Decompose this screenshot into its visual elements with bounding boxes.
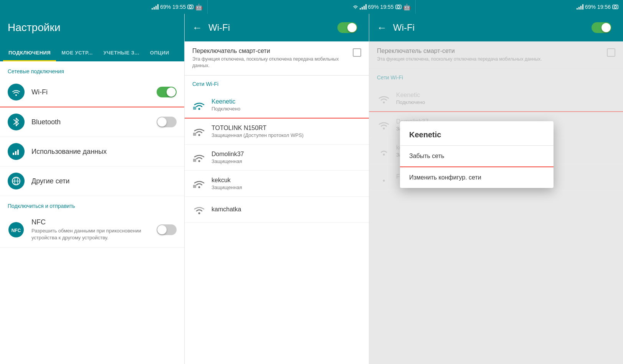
screenshot-icon-3	[612, 4, 618, 10]
svg-point-25	[383, 128, 385, 130]
network-kekcuk[interactable]: kekcuk Защищенная	[185, 171, 369, 197]
wifi-popup-content: Переключатель смарт-сети Эта функция отк…	[369, 41, 623, 364]
kamchatka-info: kamchatka	[212, 206, 361, 213]
data-usage-label: Использование данных	[31, 148, 177, 156]
section-network-header: Сетевые подключения	[0, 61, 184, 77]
smart-switch-p3: Переключатель смарт-сети Эта функция отк…	[369, 41, 623, 69]
battery-2: 69%	[368, 4, 379, 10]
time-2: 19:55	[380, 4, 394, 10]
wifi-setting-item[interactable]: Wi-Fi	[0, 77, 184, 107]
back-button[interactable]: ←	[192, 22, 202, 34]
svg-point-6	[15, 94, 17, 96]
data-usage-setting-item[interactable]: Использование данных	[0, 137, 184, 166]
wifi-content: Переключатель смарт-сети Эта функция отк…	[185, 41, 369, 364]
wifi-signal-svg-keenetic	[193, 100, 205, 110]
network-totolink[interactable]: TOTOLINK N150RT Защищенная (Доступен про…	[185, 119, 369, 145]
svg-rect-22	[193, 185, 196, 188]
svg-rect-20	[193, 159, 196, 162]
network-domolink[interactable]: Domolink37 Защищенная	[185, 145, 369, 171]
other-networks-setting-item[interactable]: Другие сети	[0, 166, 184, 196]
status-icons-1: 69% 19:55 🤖	[152, 3, 203, 11]
svg-point-3	[397, 6, 400, 8]
wifi-signal-domolink	[192, 150, 206, 164]
wifi-popup-header: ← Wi-Fi	[369, 14, 623, 41]
svg-point-24	[383, 101, 385, 103]
bluetooth-icon	[8, 114, 25, 130]
bluetooth-toggle[interactable]	[157, 117, 177, 127]
wifi-toggle-knob	[167, 87, 176, 97]
svg-point-23	[198, 212, 200, 214]
bluetooth-setting-item[interactable]: Bluetooth	[0, 107, 184, 137]
keenetic-info: Keenetic Подключено	[212, 98, 361, 112]
tab-connections[interactable]: ПОДКЛЮЧЕНИЯ	[3, 45, 56, 61]
kamchatka-name: kamchatka	[212, 206, 361, 213]
nfc-sublabel: Разрешить обмен данными при прикосновени…	[31, 227, 150, 241]
smart-switch-desc: Эта функция отключена, поскольку отключе…	[192, 56, 348, 69]
svg-point-21	[198, 186, 200, 188]
smart-switch-title: Переключатель смарт-сети	[192, 48, 348, 54]
wifi-signal-totolink	[192, 124, 206, 138]
status-section-1: 69% 19:55 🤖	[0, 0, 208, 14]
settings-header: Настройки	[0, 14, 184, 41]
android-icon-1: 🤖	[195, 3, 203, 11]
kekcuk-status: Защищенная	[212, 184, 361, 190]
wifi-networks-header: Сети Wi-Fi	[185, 76, 369, 92]
nfc-label: NFC	[31, 218, 150, 226]
wifi-main-toggle[interactable]	[337, 22, 357, 33]
svg-point-26	[383, 154, 385, 156]
wifi-signal-keenetic	[192, 98, 206, 112]
status-section-3: 69% 19:56	[416, 0, 623, 14]
status-icons-3: 69% 19:56	[577, 4, 618, 10]
wifi-status-icon-2	[353, 5, 358, 9]
wifi-signal-fttx-p3	[377, 170, 391, 184]
network-kamchatka[interactable]: kamchatka	[185, 197, 369, 223]
signal-icon-3	[577, 4, 583, 10]
tab-accounts[interactable]: УЧЕТНЫЕ З...	[98, 45, 145, 61]
totolink-status: Защищенная (Доступен протокол WPS)	[212, 132, 361, 138]
wifi-svg-icon	[12, 88, 21, 96]
data-usage-icon	[8, 143, 25, 160]
android-icon-2: 🤖	[403, 3, 411, 11]
tabs-bar: ПОДКЛЮЧЕНИЯ МОЕ УСТР... УЧЕТНЫЕ З... ОПЦ…	[0, 41, 184, 61]
wifi-networks-header-p3: Сети Wi-Fi	[369, 69, 623, 86]
other-svg-icon	[12, 176, 21, 186]
wifi-popup-panel: ← Wi-Fi Переключатель смарт-сети Эта фун…	[369, 14, 623, 364]
screenshot-icon-2	[395, 4, 402, 10]
settings-title: Настройки	[8, 21, 60, 34]
nfc-svg-icon: NFC	[8, 222, 24, 237]
wifi-popup-toggle[interactable]	[592, 22, 611, 33]
main-content: Настройки ПОДКЛЮЧЕНИЯ МОЕ УСТР... УЧЕТНЫ…	[0, 14, 623, 364]
keenetic-name: Keenetic	[212, 98, 361, 105]
wifi-signal-svg-kamchatka	[193, 204, 205, 215]
context-menu: Keenetic Забыть сеть Изменить конфигур. …	[400, 121, 554, 188]
svg-rect-7	[13, 153, 14, 155]
wifi-svg-kekcuk-p3	[378, 145, 390, 156]
wifi-icon	[8, 84, 25, 100]
smart-switch-desc-p3: Эта функция отключена, поскольку отключе…	[377, 56, 602, 63]
keenetic-info-p3: Keenetic Подключено	[396, 92, 615, 105]
nfc-setting-item[interactable]: NFC NFC Разрешить обмен данными при прик…	[0, 212, 184, 248]
domolink-name: Domolink37	[212, 151, 361, 158]
screenshot-icon-1	[187, 4, 193, 10]
smart-switch-checkbox[interactable]	[353, 48, 361, 57]
wifi-toggle[interactable]	[157, 87, 177, 97]
network-keenetic[interactable]: Keenetic Подключено	[185, 92, 369, 119]
wifi-signal-keenetic-p3	[377, 92, 391, 105]
tab-options[interactable]: ОПЦИИ	[145, 45, 175, 61]
nfc-toggle[interactable]	[157, 224, 177, 235]
wifi-popup-back-button[interactable]: ←	[377, 22, 387, 34]
wifi-signal-svg-domolink	[193, 152, 205, 163]
time-1: 19:55	[172, 4, 186, 10]
settings-content: Сетевые подключения Wi-Fi	[0, 61, 184, 364]
settings-panel: Настройки ПОДКЛЮЧЕНИЯ МОЕ УСТР... УЧЕТНЫ…	[0, 14, 185, 364]
smart-switch-title-p3: Переключатель смарт-сети	[377, 48, 602, 54]
other-networks-icon	[8, 173, 25, 189]
svg-point-5	[614, 6, 616, 8]
popup-change-config[interactable]: Изменить конфигур. сети	[400, 167, 554, 188]
svg-point-1	[189, 6, 192, 8]
tab-my-device[interactable]: МОЕ УСТР...	[56, 45, 98, 61]
svg-text:NFC: NFC	[12, 228, 21, 233]
svg-point-15	[198, 108, 200, 110]
wifi-panel-title: Wi-Fi	[208, 22, 331, 33]
popup-forget-network[interactable]: Забыть сеть	[400, 146, 554, 167]
